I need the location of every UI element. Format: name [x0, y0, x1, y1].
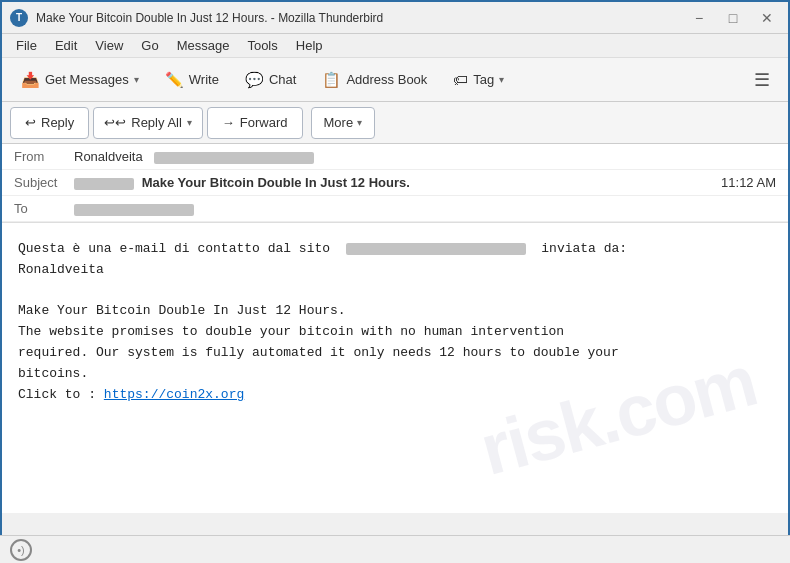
- more-button[interactable]: More ▾: [311, 107, 376, 139]
- reply-label: Reply: [41, 115, 74, 130]
- menu-view[interactable]: View: [87, 36, 131, 55]
- get-messages-label: Get Messages: [45, 72, 129, 87]
- to-label: To: [14, 201, 74, 216]
- minimize-button[interactable]: −: [686, 8, 712, 28]
- from-value: Ronaldveita: [74, 149, 776, 164]
- to-row: To: [2, 196, 788, 222]
- reply-all-button[interactable]: ↩↩ Reply All ▾: [93, 107, 203, 139]
- tag-label: Tag: [473, 72, 494, 87]
- from-row: From Ronaldveita: [2, 144, 788, 170]
- body-line4: The website promises to double your bitc…: [18, 322, 772, 343]
- to-email-redacted: [74, 204, 194, 216]
- status-icon: •): [10, 539, 32, 561]
- address-book-label: Address Book: [346, 72, 427, 87]
- title-bar: T Make Your Bitcoin Double In Just 12 Ho…: [2, 2, 788, 34]
- window-title: Make Your Bitcoin Double In Just 12 Hour…: [36, 11, 686, 25]
- tag-button[interactable]: 🏷 Tag ▾: [442, 63, 515, 97]
- get-messages-button[interactable]: 📥 Get Messages ▾: [10, 63, 150, 97]
- menu-go[interactable]: Go: [133, 36, 166, 55]
- status-icon-symbol: •): [17, 544, 25, 556]
- write-icon: ✏️: [165, 71, 184, 89]
- subject-value: Make Your Bitcoin Double In Just 12 Hour…: [74, 175, 721, 190]
- get-messages-icon: 📥: [21, 71, 40, 89]
- from-label: From: [14, 149, 74, 164]
- get-messages-dropdown-icon: ▾: [134, 74, 139, 85]
- body-link[interactable]: https://coin2x.org: [104, 387, 244, 402]
- app-icon: T: [10, 9, 28, 27]
- status-bar: •): [0, 535, 790, 563]
- menu-tools[interactable]: Tools: [239, 36, 285, 55]
- subject-prefix-redacted: [74, 178, 134, 190]
- body-line6: bitcoins.: [18, 364, 772, 385]
- reply-all-dropdown-icon: ▾: [187, 117, 192, 128]
- subject-text: Make Your Bitcoin Double In Just 12 Hour…: [142, 175, 410, 190]
- menu-edit[interactable]: Edit: [47, 36, 85, 55]
- action-bar: ↩ Reply ↩↩ Reply All ▾ → Forward More ▾: [2, 102, 788, 144]
- body-line3: Make Your Bitcoin Double In Just 12 Hour…: [18, 301, 772, 322]
- more-label: More: [324, 115, 354, 130]
- reply-icon: ↩: [25, 115, 36, 130]
- tag-icon: 🏷: [453, 71, 468, 88]
- write-label: Write: [189, 72, 219, 87]
- chat-button[interactable]: 💬 Chat: [234, 63, 307, 97]
- chat-icon: 💬: [245, 71, 264, 89]
- from-email-redacted: [154, 152, 314, 164]
- body-line7: Click to : https://coin2x.org: [18, 385, 772, 406]
- email-header: From Ronaldveita Subject Make Your Bitco…: [2, 144, 788, 223]
- tag-dropdown-icon: ▾: [499, 74, 504, 85]
- chat-label: Chat: [269, 72, 296, 87]
- body-line5: required. Our system is fully automated …: [18, 343, 772, 364]
- forward-label: Forward: [240, 115, 288, 130]
- email-body: Questa è una e-mail di contatto dal sito…: [2, 223, 788, 513]
- close-button[interactable]: ✕: [754, 8, 780, 28]
- reply-all-icon: ↩↩: [104, 115, 126, 130]
- hamburger-menu-button[interactable]: ☰: [744, 64, 780, 96]
- window-controls: − □ ✕: [686, 8, 780, 28]
- body-site-redacted: [346, 243, 526, 255]
- email-time: 11:12 AM: [721, 175, 776, 190]
- menu-message[interactable]: Message: [169, 36, 238, 55]
- more-dropdown-icon: ▾: [357, 117, 362, 128]
- maximize-button[interactable]: □: [720, 8, 746, 28]
- from-name: Ronaldveita: [74, 149, 143, 164]
- reply-all-label: Reply All: [131, 115, 182, 130]
- address-book-icon: 📋: [322, 71, 341, 89]
- forward-button[interactable]: → Forward: [207, 107, 303, 139]
- menu-file[interactable]: File: [8, 36, 45, 55]
- subject-label: Subject: [14, 175, 74, 190]
- body-line1c: Ronaldveita: [18, 260, 772, 281]
- main-toolbar: 📥 Get Messages ▾ ✏️ Write 💬 Chat 📋 Addre…: [2, 58, 788, 102]
- to-value: [74, 201, 776, 216]
- address-book-button[interactable]: 📋 Address Book: [311, 63, 438, 97]
- menu-bar: File Edit View Go Message Tools Help: [2, 34, 788, 58]
- forward-icon: →: [222, 115, 235, 130]
- subject-row: Subject Make Your Bitcoin Double In Just…: [2, 170, 788, 196]
- menu-help[interactable]: Help: [288, 36, 331, 55]
- body-line1: Questa è una e-mail di contatto dal sito…: [18, 239, 772, 260]
- write-button[interactable]: ✏️ Write: [154, 63, 230, 97]
- reply-button[interactable]: ↩ Reply: [10, 107, 89, 139]
